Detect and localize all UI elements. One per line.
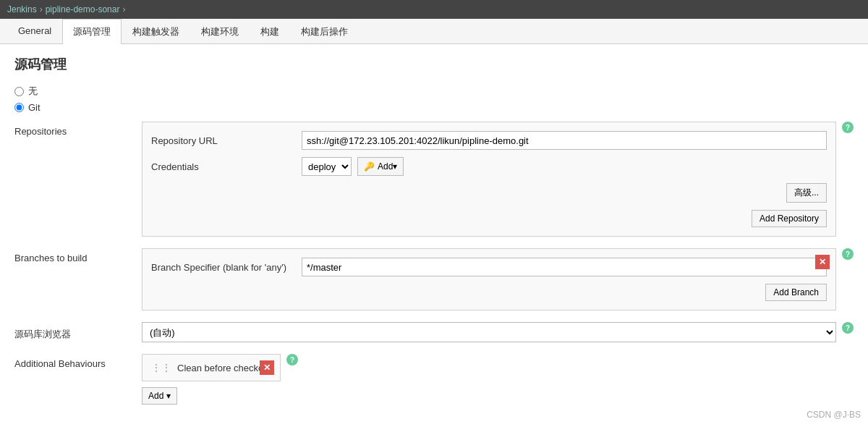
source-browser-help-icon[interactable]: ?	[842, 322, 854, 334]
breadcrumb-jenkins[interactable]: Jenkins	[7, 4, 37, 14]
credentials-select[interactable]: deploy	[302, 157, 352, 176]
breadcrumb-project[interactable]: pipline-demo-sonar	[46, 4, 120, 14]
additional-behaviours-help-icon[interactable]: ?	[286, 354, 298, 365]
page-content: 源码管理 无 Git Repositories Repository URL	[0, 44, 868, 427]
repo-url-input[interactable]	[302, 131, 827, 150]
branch-specifier-label: Branch Specifier (blank for 'any')	[151, 262, 296, 273]
tab-post-build[interactable]: 构建后操作	[290, 19, 359, 44]
branches-section: Branches to build ✕ Branch Specifier (bl…	[14, 248, 854, 310]
radio-git-label: Git	[28, 102, 41, 113]
branch-specifier-input[interactable]	[302, 258, 827, 276]
tab-bar: General 源码管理 构建触发器 构建环境 构建 构建后操作	[0, 19, 868, 44]
drag-handle-icon[interactable]: ⋮⋮	[151, 362, 171, 373]
repositories-label: Repositories	[14, 122, 130, 137]
branches-help-icon[interactable]: ?	[842, 248, 854, 260]
branch-specifier-row: Branch Specifier (blank for 'any')	[151, 258, 827, 276]
key-icon: 🔑	[364, 161, 375, 172]
repo-url-label: Repository URL	[151, 135, 296, 146]
repo-url-row: Repository URL	[151, 131, 827, 150]
watermark: CSDN @J·BS	[807, 410, 861, 420]
source-browser-label: 源码库浏览器	[14, 324, 130, 341]
breadcrumb-sep-2: ›	[122, 4, 125, 14]
radio-none[interactable]	[14, 87, 24, 96]
behaviour-close-button[interactable]: ✕	[260, 360, 274, 375]
add-branch-button[interactable]: Add Branch	[765, 284, 827, 301]
tab-build[interactable]: 构建	[250, 19, 290, 44]
branches-body: ✕ Branch Specifier (blank for 'any') Add…	[142, 248, 836, 310]
main-wrapper: General 源码管理 构建触发器 构建环境 构建 构建后操作 源码管理 无 …	[0, 19, 868, 427]
source-browser-select[interactable]: (自动)	[142, 322, 836, 342]
breadcrumb: Jenkins › pipline-demo-sonar ›	[0, 0, 868, 19]
credentials-row: Credentials deploy 🔑 Add▾	[151, 157, 827, 176]
add-behaviour-button[interactable]: Add ▾	[142, 387, 177, 405]
tab-triggers[interactable]: 构建触发器	[122, 19, 190, 44]
add-repository-button[interactable]: Add Repository	[752, 210, 827, 227]
breadcrumb-sep-1: ›	[40, 4, 43, 14]
behaviour-item: ⋮⋮ Clean before checkout	[151, 362, 271, 373]
radio-git[interactable]	[14, 103, 24, 112]
additional-behaviours-label: Additional Behaviours	[14, 354, 130, 369]
repositories-section: Repositories Repository URL Credentials …	[14, 122, 854, 237]
tab-scm[interactable]: 源码管理	[62, 19, 122, 44]
credentials-add-label: Add▾	[378, 161, 397, 172]
scm-radio-group: 无 Git	[14, 85, 854, 113]
additional-behaviours-section: Additional Behaviours ✕ ⋮⋮ Clean before …	[14, 354, 854, 405]
repositories-body: Repository URL Credentials deploy 🔑 Add▾	[142, 122, 836, 237]
page-title: 源码管理	[14, 56, 854, 73]
repo-actions: 高级... Add Repository	[151, 183, 827, 227]
branch-close-button[interactable]: ✕	[815, 255, 830, 269]
repositories-help-icon[interactable]: ?	[842, 122, 854, 133]
branch-actions: Add Branch	[151, 284, 827, 301]
add-behaviour-chevron-icon: ▾	[166, 391, 171, 401]
branches-label: Branches to build	[14, 248, 130, 263]
credentials-add-button[interactable]: 🔑 Add▾	[357, 157, 404, 176]
behaviour-item-label: Clean before checkout	[177, 363, 271, 373]
behaviour-body: ✕ ⋮⋮ Clean before checkout	[142, 354, 281, 381]
radio-git-item: Git	[14, 102, 854, 113]
source-browser-section: 源码库浏览器 (自动) ?	[14, 322, 854, 342]
advanced-button[interactable]: 高级...	[786, 183, 827, 203]
radio-none-label: 无	[28, 85, 38, 98]
tab-general[interactable]: General	[7, 19, 62, 44]
radio-none-item: 无	[14, 85, 854, 98]
credentials-label: Credentials	[151, 161, 296, 172]
tab-env[interactable]: 构建环境	[190, 19, 250, 44]
add-behaviour-label: Add	[148, 391, 163, 401]
